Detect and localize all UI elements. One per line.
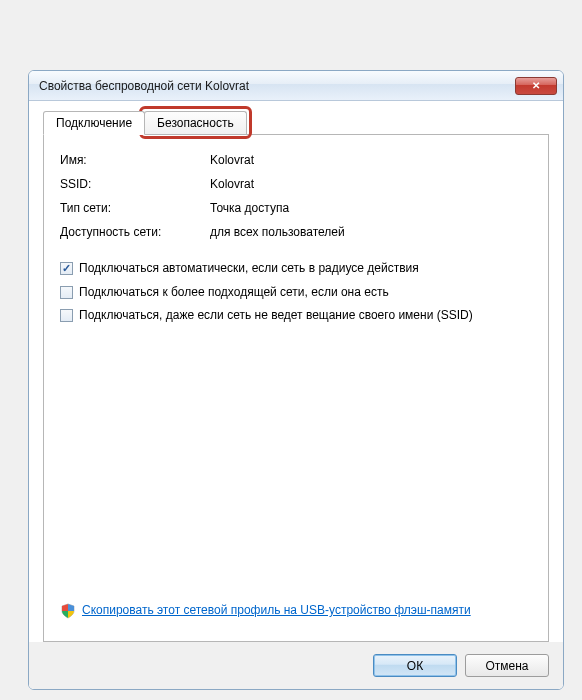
value-type: Точка доступа: [210, 201, 532, 215]
copy-profile-link[interactable]: Скопировать этот сетевой профиль на USB-…: [82, 603, 471, 619]
tab-panel-connection: Имя: Kolovrat SSID: Kolovrat Тип сети: Т…: [43, 134, 549, 642]
button-bar: ОК Отмена: [29, 642, 563, 689]
ok-button[interactable]: ОК: [373, 654, 457, 677]
close-icon: ✕: [532, 80, 540, 91]
close-button[interactable]: ✕: [515, 77, 557, 95]
value-availability: для всех пользователей: [210, 225, 532, 239]
titlebar[interactable]: Свойства беспроводной сети Kolovrat ✕: [29, 71, 563, 101]
value-name: Kolovrat: [210, 153, 532, 167]
tabs-row: Подключение Безопасность: [43, 111, 549, 134]
cancel-button[interactable]: Отмена: [465, 654, 549, 677]
value-ssid: Kolovrat: [210, 177, 532, 191]
tabs-area: Подключение Безопасность: [29, 101, 563, 134]
checkbox-row-auto: Подключаться автоматически, если сеть в …: [60, 261, 532, 277]
checkbox-row-hidden: Подключаться, даже если сеть не ведет ве…: [60, 308, 532, 324]
tab-connection[interactable]: Подключение: [43, 111, 145, 135]
spacer: [60, 332, 532, 591]
dialog-window: Свойства беспроводной сети Kolovrat ✕ По…: [28, 70, 564, 690]
window-body: Подключение Безопасность Имя: Kolovrat S…: [29, 101, 563, 689]
label-type: Тип сети:: [60, 201, 210, 215]
checkbox-label: Подключаться автоматически, если сеть в …: [79, 261, 419, 277]
info-grid: Имя: Kolovrat SSID: Kolovrat Тип сети: Т…: [60, 153, 532, 239]
window-title: Свойства беспроводной сети Kolovrat: [39, 79, 249, 93]
checkbox-label: Подключаться к более подходящей сети, ес…: [79, 285, 389, 301]
checkbox-preferred-network[interactable]: [60, 286, 73, 299]
checkbox-label: Подключаться, даже если сеть не ведет ве…: [79, 308, 473, 324]
tab-label: Подключение: [56, 116, 132, 130]
shield-icon: [60, 603, 76, 619]
checkbox-row-preferred: Подключаться к более подходящей сети, ес…: [60, 285, 532, 301]
copy-profile-row: Скопировать этот сетевой профиль на USB-…: [60, 603, 532, 619]
checkbox-auto-connect[interactable]: [60, 262, 73, 275]
label-ssid: SSID:: [60, 177, 210, 191]
label-name: Имя:: [60, 153, 210, 167]
tab-security[interactable]: Безопасность: [144, 111, 247, 134]
tab-label: Безопасность: [157, 116, 234, 130]
checkbox-hidden-ssid[interactable]: [60, 309, 73, 322]
label-availability: Доступность сети:: [60, 225, 210, 239]
